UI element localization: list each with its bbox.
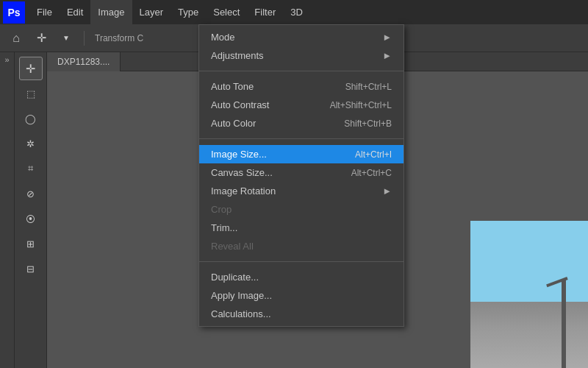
menu-reveal-all: Reveal All	[199, 237, 404, 255]
menu-type[interactable]: Type	[171, 0, 206, 24]
menu-image-size[interactable]: Image Size... Alt+Ctrl+I	[199, 145, 404, 163]
tool-brush[interactable]: ⊞	[19, 232, 43, 255]
menu-layer[interactable]: Layer	[132, 0, 171, 24]
separator-2	[199, 138, 404, 139]
canvas-image	[470, 221, 588, 368]
tool-marquee[interactable]: ⬚	[19, 82, 43, 105]
menu-3d[interactable]: 3D	[283, 0, 310, 24]
tools-panel: ✛ ⬚ ◯ ✲ ⌗ ⊘ ⦿ ⊞ ⊟	[15, 52, 47, 368]
menu-auto-contrast[interactable]: Auto Contrast Alt+Shift+Ctrl+L	[199, 96, 404, 114]
tool-clone[interactable]: ⊟	[19, 257, 43, 280]
menu-file[interactable]: File	[29, 0, 60, 24]
menu-section-auto: Auto Tone Shift+Ctrl+L Auto Contrast Alt…	[199, 74, 404, 135]
tool-crop[interactable]: ⌗	[19, 157, 43, 180]
ps-logo: Ps	[3, 1, 25, 24]
tab-document[interactable]: DXP11283....	[47, 52, 121, 71]
toolbar-divider	[84, 31, 85, 46]
menu-image-rotation[interactable]: Image Rotation ►	[199, 182, 404, 200]
tool-magic-wand[interactable]: ✲	[19, 132, 43, 155]
tool-lasso[interactable]: ◯	[19, 107, 43, 130]
menu-edit[interactable]: Edit	[60, 0, 90, 24]
menu-adjustments[interactable]: Adjustments ►	[199, 46, 404, 65]
menu-apply-image[interactable]: Apply Image...	[199, 286, 404, 305]
menu-auto-tone[interactable]: Auto Tone Shift+Ctrl+L	[199, 77, 404, 96]
menu-duplicate[interactable]: Duplicate...	[199, 268, 404, 286]
tool-move[interactable]: ✛	[19, 57, 43, 80]
menu-calculations[interactable]: Calculations...	[199, 305, 404, 323]
expand-icon[interactable]: »	[4, 55, 9, 64]
separator-1	[199, 71, 404, 71]
menu-section-duplicate: Duplicate... Apply Image... Calculations…	[199, 265, 404, 326]
menu-crop: Crop	[199, 200, 404, 219]
left-panel-narrow: »	[0, 52, 15, 368]
separator-3	[199, 261, 404, 262]
menu-image[interactable]: Image	[90, 0, 132, 24]
move-tool-button[interactable]: ✛	[31, 28, 51, 49]
home-button[interactable]: ⌂	[6, 28, 26, 49]
menu-canvas-size[interactable]: Canvas Size... Alt+Ctrl+C	[199, 163, 404, 182]
menu-section-top: Mode ► Adjustments ►	[199, 25, 404, 68]
menu-section-size: Image Size... Alt+Ctrl+I Canvas Size... …	[199, 142, 404, 258]
menu-bar: Ps File Edit Image Layer Type Select Fil…	[0, 0, 588, 24]
menu-select[interactable]: Select	[206, 0, 247, 24]
menu-mode[interactable]: Mode ►	[199, 28, 404, 46]
adjustments-submenu-arrow: ►	[382, 50, 392, 61]
tool-eyedropper[interactable]: ⊘	[19, 182, 43, 205]
rotation-submenu-arrow: ►	[382, 185, 392, 197]
arrow-down-button[interactable]: ▼	[56, 28, 76, 49]
image-dropdown-menu: Mode ► Adjustments ► Auto Tone Shift+Ctr…	[198, 24, 404, 327]
tool-healing[interactable]: ⦿	[19, 207, 43, 230]
menu-filter[interactable]: Filter	[247, 0, 283, 24]
mode-submenu-arrow: ►	[382, 32, 392, 43]
menu-auto-color[interactable]: Auto Color Shift+Ctrl+B	[199, 114, 404, 132]
canvas-placeholder	[470, 221, 588, 368]
transform-text: Transform C	[95, 33, 143, 43]
menu-trim[interactable]: Trim...	[199, 219, 404, 237]
